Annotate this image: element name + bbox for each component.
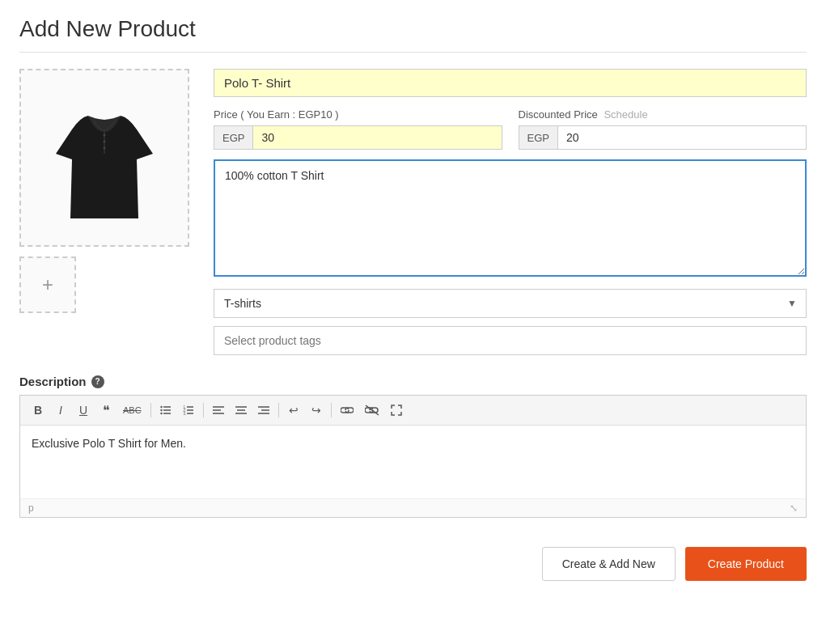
align-left-icon — [213, 405, 224, 416]
main-content: + Price ( You Earn : EGP10 ) EGP Disc — [19, 69, 807, 358]
plus-icon: + — [42, 275, 53, 294]
price-label: Price ( You Earn : EGP10 ) — [214, 108, 502, 121]
price-currency: EGP — [214, 126, 253, 149]
price-row: Price ( You Earn : EGP10 ) EGP Discounte… — [214, 108, 807, 150]
align-center-button[interactable] — [231, 400, 251, 420]
expand-button[interactable] — [387, 400, 406, 420]
svg-point-9 — [160, 413, 162, 414]
unlink-button[interactable] — [361, 400, 383, 420]
editor-tag-indicator: p — [28, 502, 34, 514]
align-left-button[interactable] — [209, 400, 228, 420]
price-input-wrapper: EGP — [214, 125, 502, 150]
editor-footer: p ⤡ — [20, 498, 806, 517]
create-add-new-button[interactable]: Create & Add New — [542, 547, 676, 581]
short-description-textarea[interactable]: 100% cotton T Shirt — [214, 159, 807, 277]
svg-line-25 — [366, 405, 379, 415]
create-product-button[interactable]: Create Product — [685, 547, 807, 581]
discounted-currency: EGP — [519, 126, 558, 149]
align-right-button[interactable] — [254, 400, 273, 420]
svg-point-3 — [104, 147, 106, 150]
link-button[interactable] — [337, 400, 358, 420]
discounted-price-input-wrapper: EGP — [519, 125, 807, 150]
align-right-icon — [258, 405, 269, 416]
price-group: Price ( You Earn : EGP10 ) EGP — [214, 108, 502, 150]
toolbar-separator-1 — [150, 403, 151, 417]
editor-content[interactable]: Exclusive Polo T Shirt for Men. — [20, 426, 806, 498]
description-label-row: Description ? — [19, 375, 807, 388]
description-section: Description ? B I U ❝ ABC 1.2.3. — [19, 375, 807, 518]
product-tags-input[interactable] — [214, 326, 807, 355]
resize-handle-icon: ⤡ — [790, 502, 798, 514]
align-center-icon — [235, 405, 247, 416]
svg-point-2 — [104, 141, 106, 143]
ol-icon: 1.2.3. — [183, 405, 194, 416]
footer-actions: Create & Add New Create Product — [19, 531, 807, 581]
category-select[interactable]: T-shirts Polo Shirts Casual Wear Formal … — [214, 289, 807, 318]
bold-button[interactable]: B — [28, 400, 48, 420]
price-input[interactable] — [253, 126, 501, 149]
toolbar-separator-2 — [203, 403, 204, 417]
undo-button[interactable]: ↩ — [284, 400, 303, 420]
editor-paragraph: Exclusive Polo T Shirt for Men. — [32, 435, 794, 452]
blockquote-button[interactable]: ❝ — [96, 400, 116, 420]
discounted-price-input[interactable] — [558, 126, 806, 149]
editor-toolbar: B I U ❝ ABC 1.2.3. — [20, 396, 806, 426]
svg-text:3.: 3. — [183, 412, 186, 416]
strikethrough-button[interactable]: ABC — [119, 400, 146, 420]
ordered-list-button[interactable]: 1.2.3. — [179, 400, 198, 420]
underline-button[interactable]: U — [74, 400, 93, 420]
editor-container: B I U ❝ ABC 1.2.3. — [19, 395, 807, 518]
add-image-button[interactable]: + — [19, 256, 76, 313]
page-title: Add New Product — [19, 16, 807, 53]
expand-icon — [391, 405, 402, 416]
toolbar-separator-4 — [331, 403, 332, 417]
unlink-icon — [365, 405, 379, 416]
product-image-svg — [48, 93, 161, 222]
ul-icon — [160, 405, 172, 416]
description-label-text: Description — [19, 375, 87, 388]
right-panel: Price ( You Earn : EGP10 ) EGP Discounte… — [214, 69, 807, 358]
category-select-wrapper: T-shirts Polo Shirts Casual Wear Formal … — [214, 289, 807, 318]
product-name-input[interactable] — [214, 69, 807, 97]
redo-button[interactable]: ↪ — [307, 400, 326, 420]
left-panel: + — [19, 69, 197, 358]
toolbar-separator-3 — [278, 403, 279, 417]
discounted-price-label: Discounted Price Schedule — [519, 108, 807, 121]
italic-button[interactable]: I — [51, 400, 70, 420]
schedule-link[interactable]: Schedule — [604, 108, 647, 121]
svg-point-7 — [160, 406, 162, 408]
svg-point-8 — [160, 409, 162, 411]
unordered-list-button[interactable] — [156, 400, 176, 420]
product-image-preview — [19, 69, 189, 247]
discounted-price-group: Discounted Price Schedule EGP — [519, 108, 807, 150]
page-wrapper: Add New Product — [0, 0, 826, 644]
link-icon — [341, 405, 354, 416]
help-icon[interactable]: ? — [91, 375, 104, 388]
svg-point-1 — [104, 134, 106, 137]
